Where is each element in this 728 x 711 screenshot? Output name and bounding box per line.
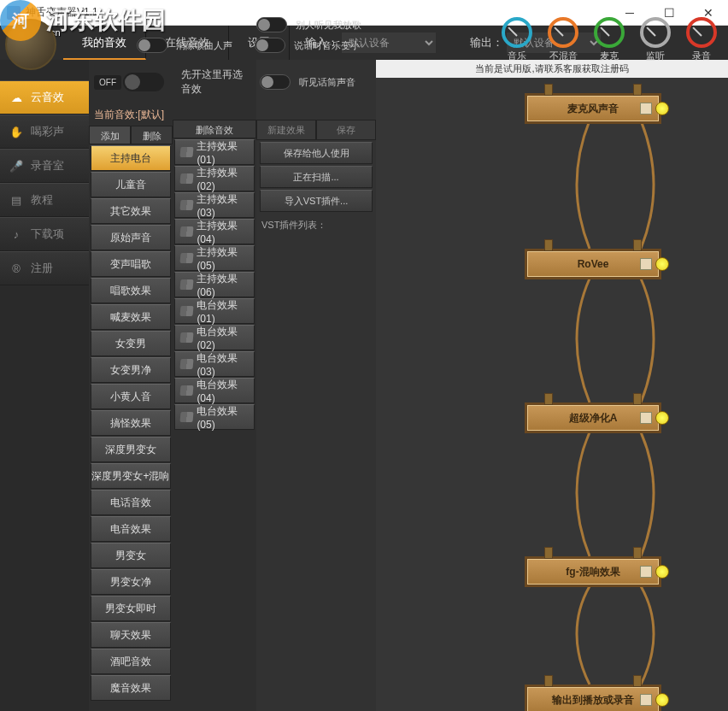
- node-reverb[interactable]: fg-混响效果: [525, 556, 661, 587]
- slider-icon: [640, 412, 652, 424]
- slider-icon: [640, 694, 652, 706]
- preset-icon: [179, 306, 193, 316]
- sidebar-item-applause[interactable]: ✋喝彩声: [0, 115, 89, 149]
- gauge-dial-icon: [640, 17, 671, 48]
- sidebar-item-cloud[interactable]: ☁云音效: [0, 80, 89, 115]
- import-vst-button[interactable]: 导入VST插件...: [260, 190, 373, 212]
- effect-item[interactable]: 原始声音: [91, 225, 171, 250]
- cloud-icon: ☁: [9, 90, 24, 105]
- sidebar-item-tutorial[interactable]: ▤教程: [0, 183, 89, 217]
- new-effect-button[interactable]: 新建效果: [256, 120, 316, 140]
- tab-add[interactable]: 添加: [89, 126, 131, 144]
- preset-item[interactable]: 电台效果(01): [174, 298, 255, 324]
- preset-item[interactable]: 主持效果(02): [174, 166, 255, 191]
- effect-item[interactable]: 电音效果: [91, 516, 171, 542]
- effect-item[interactable]: 男变女: [91, 543, 171, 568]
- preset-item[interactable]: 电台效果(03): [174, 351, 255, 377]
- opt-label: 听见话筒声音: [299, 76, 355, 89]
- effect-item[interactable]: 其它效果: [91, 198, 171, 224]
- effect-item[interactable]: 电话音效: [91, 490, 171, 515]
- effect-item[interactable]: 小黄人音: [91, 384, 171, 409]
- gauge-dial-icon: [502, 17, 532, 48]
- effect-item[interactable]: 喊麦效果: [91, 304, 171, 330]
- opt4-label: 说话时音乐变小: [294, 39, 360, 52]
- master-off-badge: OFF: [94, 75, 121, 90]
- node-mic-input[interactable]: 麦克风声音: [525, 93, 661, 124]
- preset-item[interactable]: 主持效果(06): [174, 272, 255, 297]
- effect-item[interactable]: 唱歌效果: [91, 278, 171, 303]
- sidebar-item-download[interactable]: ♪下载项: [0, 217, 89, 251]
- scanning-status: 正在扫描...: [260, 166, 373, 188]
- effect-item[interactable]: 魔音效果: [91, 675, 171, 701]
- save-for-others-button[interactable]: 保存给他人使用: [260, 142, 373, 164]
- preset-icon: [179, 332, 193, 343]
- sidebar-label: 喝彩声: [31, 124, 64, 139]
- preset-item[interactable]: 电台效果(05): [174, 404, 255, 430]
- hint-text: 先开这里再选音效: [181, 68, 250, 97]
- register-icon: ®: [9, 261, 24, 276]
- slider-icon: [640, 258, 652, 270]
- gauge-music[interactable]: 音乐: [499, 17, 535, 62]
- current-effect-label: 当前音效:[默认]: [89, 104, 173, 126]
- tab-delete[interactable]: 删除: [131, 126, 173, 144]
- effect-item[interactable]: 变声唱歌: [91, 251, 171, 277]
- preset-item[interactable]: 主持效果(05): [174, 245, 255, 271]
- node-purify[interactable]: 超级净化A: [525, 403, 661, 433]
- effect-list: 主持电台 儿童音 其它效果 原始声音 变声唱歌 唱歌效果 喊麦效果 女变男 女变…: [89, 144, 173, 711]
- gauge-record[interactable]: 录音: [684, 17, 719, 62]
- gauge-dial-icon: [548, 17, 578, 48]
- preset-item[interactable]: 主持效果(04): [174, 219, 255, 244]
- preset-item[interactable]: 主持效果(01): [174, 139, 255, 165]
- node-canvas: 别人听见我放歌 消除歌曲人声 说话时音乐变小 音乐 不混音 麦克 监听 录音 当…: [376, 60, 728, 711]
- effect-item[interactable]: 搞怪效果: [91, 410, 171, 436]
- led-icon: [655, 411, 669, 425]
- node-output[interactable]: 输出到播放或录音: [525, 685, 661, 711]
- preset-item[interactable]: 电台效果(02): [174, 325, 255, 350]
- effect-item[interactable]: 聊天效果: [91, 622, 171, 648]
- sidebar-label: 注册: [31, 261, 53, 276]
- preset-icon: [179, 173, 193, 184]
- master-toggle[interactable]: [123, 73, 164, 91]
- applause-icon: ✋: [9, 124, 24, 139]
- watermark-text: 河东软件园: [46, 4, 166, 37]
- gauge-dial-icon: [686, 17, 717, 48]
- preset-item[interactable]: 电台效果(04): [174, 378, 255, 403]
- effect-item[interactable]: 女变男净: [91, 357, 171, 383]
- opt2-label: 别人听见我放歌: [296, 19, 361, 32]
- save-button[interactable]: 保存: [316, 120, 376, 140]
- mic-icon: 🎤: [9, 158, 24, 173]
- preset-icon: [179, 385, 193, 396]
- node-rovee[interactable]: RoVee: [525, 249, 661, 279]
- effects-column: OFF 当前音效:[默认] 添加 删除 主持电台 儿童音 其它效果 原始声音 变…: [89, 60, 173, 711]
- preset-tab-delete[interactable]: 删除音效: [173, 120, 256, 138]
- effect-item[interactable]: 深度男变女: [91, 437, 171, 462]
- book-icon: ▤: [9, 192, 24, 208]
- sidebar-item-studio[interactable]: 🎤录音室: [0, 149, 89, 183]
- effect-item[interactable]: 儿童音: [91, 172, 171, 197]
- vst-list-label: VST插件列表：: [256, 214, 376, 237]
- preset-icon: [179, 412, 193, 422]
- gauge-nomix[interactable]: 不混音: [545, 17, 581, 62]
- effect-item[interactable]: 酒吧音效: [91, 649, 171, 674]
- sidebar-label: 录音室: [31, 158, 64, 173]
- effect-item[interactable]: 女变男: [91, 331, 171, 356]
- effect-item[interactable]: 男变女即时: [91, 596, 171, 621]
- sidebar-label: 下载项: [31, 226, 64, 242]
- effect-item[interactable]: 男变女净: [91, 569, 171, 595]
- sidebar-item-register[interactable]: ®注册: [0, 251, 89, 285]
- effect-item[interactable]: 深度男变女+混响: [91, 463, 171, 489]
- actions-column: 听见话筒声音 新建效果 保存 保存给他人使用 正在扫描... 导入VST插件..…: [256, 60, 376, 711]
- opt-hear-mic-toggle[interactable]: [260, 74, 291, 90]
- effect-item[interactable]: 主持电台: [91, 145, 171, 171]
- preset-icon: [179, 253, 193, 263]
- opt-duck-music-toggle[interactable]: [255, 38, 285, 53]
- preset-item[interactable]: 主持效果(03): [174, 192, 255, 218]
- gauge-monitor[interactable]: 监听: [637, 17, 673, 62]
- sidebar-label: 教程: [31, 192, 53, 208]
- watermark-logo: 河: [0, 0, 41, 41]
- gauge-mic[interactable]: 麦克: [591, 17, 627, 62]
- gauge-row: 音乐 不混音 麦克 监听 录音: [499, 17, 719, 62]
- download-icon: ♪: [9, 226, 24, 242]
- opt-others-hear-toggle[interactable]: [256, 17, 287, 32]
- trial-banner: 当前是试用版,请联系客服获取注册码: [376, 60, 728, 78]
